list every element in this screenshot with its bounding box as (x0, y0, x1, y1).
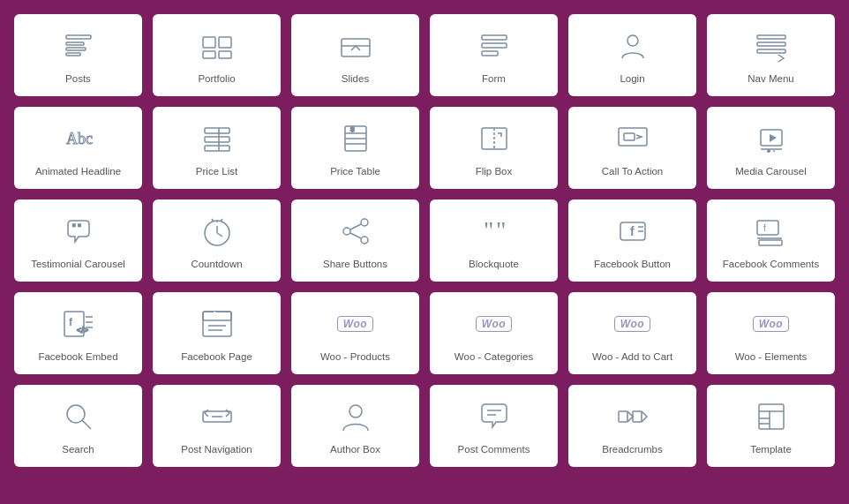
svg-rect-16 (757, 42, 785, 46)
card-label: Media Carousel (735, 165, 807, 178)
svg-rect-7 (219, 51, 231, 58)
svg-point-36 (772, 149, 775, 152)
card-woo-categories[interactable]: WooWoo - Categories (430, 292, 558, 374)
svg-point-44 (361, 219, 368, 226)
svg-rect-2 (66, 48, 86, 50)
share-buttons-icon (336, 212, 375, 251)
nav-menu-icon (752, 26, 791, 65)
card-label: Countdown (191, 258, 242, 271)
author-box-icon (336, 397, 375, 436)
testimonial-carousel-icon: " " (59, 212, 98, 251)
woo-badge: Woo (337, 316, 373, 332)
post-comments-icon (475, 397, 514, 436)
svg-rect-78 (633, 411, 642, 422)
svg-rect-77 (619, 411, 627, 422)
card-animated-headline[interactable]: AbcAnimated Headline (14, 107, 142, 189)
price-table-icon: $ (336, 119, 375, 158)
svg-text:": " (496, 216, 506, 244)
svg-rect-20 (205, 137, 229, 142)
svg-rect-66 (203, 312, 231, 320)
card-label: Woo - Elements (735, 350, 808, 364)
card-form[interactable]: Form (430, 14, 558, 96)
card-post-comments[interactable]: Post Comments (430, 385, 558, 467)
blockquote-icon: "" (475, 212, 514, 251)
price-list-icon (198, 119, 237, 158)
card-flip-box[interactable]: Flip Box (430, 107, 558, 189)
card-label: Facebook Embed (38, 350, 117, 364)
woo-badge: Woo (476, 316, 512, 332)
woo-icon: Woo (752, 305, 791, 343)
card-nav-menu[interactable]: Nav Menu (707, 14, 835, 96)
card-label: Woo - Add to Cart (592, 350, 672, 364)
woo-icon: Woo (336, 305, 375, 343)
card-portfolio[interactable]: Portfolio (153, 14, 281, 96)
svg-point-74 (349, 405, 362, 417)
breadcrumbs-icon (613, 397, 652, 436)
card-search[interactable]: Search (14, 385, 142, 467)
card-label: Animated Headline (35, 165, 121, 178)
woo-icon: Woo (613, 305, 652, 343)
card-label: Posts (65, 72, 91, 86)
svg-rect-11 (482, 43, 507, 48)
card-woo-elements[interactable]: WooWoo - Elements (707, 292, 835, 374)
card-label: Search (62, 443, 94, 456)
card-login[interactable]: Login (568, 14, 696, 96)
card-template[interactable]: Template (707, 385, 835, 467)
card-label: Testimonial Carousel (31, 258, 125, 271)
card-facebook-button[interactable]: fFacebook Button (568, 199, 696, 282)
card-label: Call To Action (602, 165, 663, 178)
svg-line-48 (350, 233, 361, 238)
post-navigation-icon (198, 397, 237, 436)
svg-rect-10 (482, 35, 507, 40)
card-breadcrumbs[interactable]: Breadcrumbs (568, 385, 696, 467)
svg-rect-31 (624, 133, 635, 140)
animated-headline-icon: Abc (59, 119, 98, 158)
card-woo-products[interactable]: WooWoo - Products (291, 292, 419, 374)
woo-badge: Woo (753, 316, 789, 332)
svg-rect-6 (203, 51, 215, 58)
call-to-action-icon (613, 119, 652, 158)
login-icon (613, 26, 652, 65)
svg-rect-0 (66, 35, 91, 39)
card-price-list[interactable]: Price List (153, 107, 281, 189)
card-author-box[interactable]: Author Box (291, 385, 419, 467)
countdown-icon (198, 212, 237, 251)
card-label: Post Comments (458, 443, 530, 456)
facebook-comments-icon: f (752, 212, 791, 251)
card-woo-add-to-cart[interactable]: WooWoo - Add to Cart (568, 292, 696, 374)
card-label: Author Box (330, 443, 380, 456)
card-facebook-page[interactable]: fFacebook Page (153, 292, 281, 374)
card-label: Slides (342, 72, 369, 86)
card-price-table[interactable]: $Price Table (291, 107, 419, 189)
svg-point-35 (767, 149, 770, 153)
card-label: Login (620, 72, 644, 86)
svg-rect-65 (203, 312, 231, 336)
card-media-carousel[interactable]: Media Carousel (707, 107, 835, 189)
card-testimonial-carousel[interactable]: " "Testimonial Carousel (14, 199, 142, 282)
svg-rect-3 (66, 53, 80, 56)
card-blockquote[interactable]: ""Blockquote (430, 199, 558, 282)
card-countdown[interactable]: Countdown (153, 199, 281, 282)
svg-rect-19 (205, 128, 229, 133)
card-label: Form (482, 72, 506, 86)
card-post-navigation[interactable]: Post Navigation (153, 385, 281, 467)
card-facebook-comments[interactable]: fFacebook Comments (707, 199, 835, 282)
card-posts[interactable]: Posts (14, 14, 142, 96)
svg-rect-21 (205, 146, 229, 151)
svg-text:Abc: Abc (66, 130, 93, 147)
card-label: Facebook Page (181, 350, 252, 364)
card-label: Portfolio (198, 72, 235, 86)
card-slides[interactable]: Slides (291, 14, 419, 96)
card-label: Breadcrumbs (602, 443, 662, 456)
card-call-to-action[interactable]: Call To Action (568, 107, 696, 189)
card-label: Post Navigation (181, 443, 252, 456)
widget-grid: PostsPortfolioSlidesFormLoginNav MenuAbc… (14, 14, 835, 467)
svg-text:f: f (630, 224, 635, 238)
svg-text:"  ": " " (72, 223, 81, 233)
search-icon (59, 397, 98, 436)
svg-rect-8 (342, 39, 370, 56)
card-facebook-embed[interactable]: f</>Facebook Embed (14, 292, 142, 374)
svg-text:": " (484, 216, 493, 244)
card-share-buttons[interactable]: Share Buttons (291, 199, 419, 282)
svg-rect-4 (203, 37, 215, 48)
